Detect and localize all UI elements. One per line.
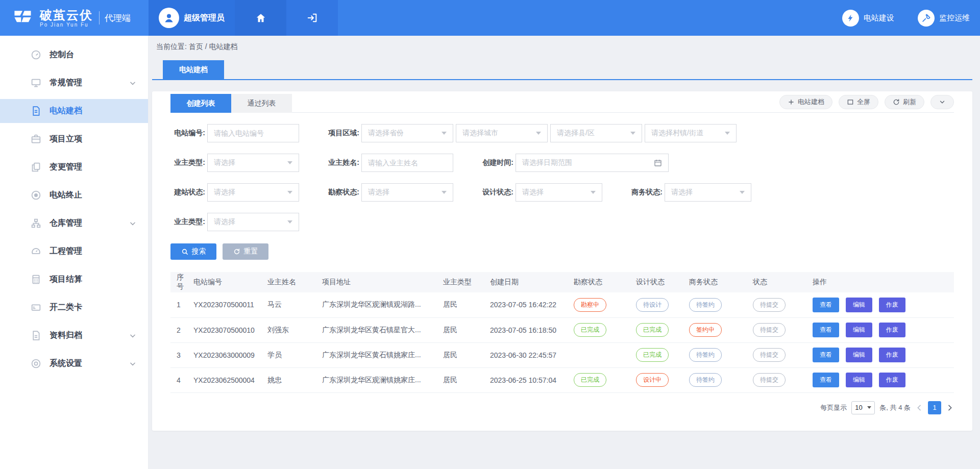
create-station-button[interactable]: 电站建档 bbox=[779, 95, 832, 109]
calendar-icon bbox=[654, 159, 662, 167]
cell-created: 2023-06-25 10:57:04 bbox=[490, 367, 574, 392]
logout-button[interactable] bbox=[286, 0, 338, 36]
void-button[interactable]: 作废 bbox=[879, 348, 905, 362]
fullscreen-button[interactable]: 全屏 bbox=[839, 95, 878, 109]
cell-owner-type: 居民 bbox=[443, 367, 490, 392]
create-station-label: 电站建档 bbox=[798, 97, 824, 107]
sidebar-item-open-type2-card[interactable]: 开二类卡 bbox=[0, 295, 148, 319]
town-select[interactable]: 请选择村镇/街道 bbox=[645, 124, 737, 142]
prev-page-button[interactable] bbox=[915, 404, 923, 412]
reset-button[interactable]: 重置 bbox=[223, 243, 268, 260]
create-time-range-picker[interactable]: 请选择日期范围 bbox=[516, 154, 669, 172]
city-select[interactable]: 请选择城市 bbox=[456, 124, 548, 142]
cell-created: 2023-07-05 16:18:50 bbox=[490, 317, 574, 342]
station-code-input[interactable] bbox=[207, 124, 299, 142]
edit-button[interactable]: 编辑 bbox=[846, 298, 872, 312]
col-address: 项目地址 bbox=[322, 272, 443, 292]
chevron-down-icon bbox=[867, 406, 871, 409]
user-menu[interactable]: 超级管理员 bbox=[149, 0, 235, 36]
chevron-down-icon bbox=[725, 132, 730, 135]
cell-created: 2023-06-30 22:45:57 bbox=[490, 342, 574, 367]
business-status-label: 商务状态: bbox=[628, 188, 663, 197]
edit-button[interactable]: 编辑 bbox=[846, 348, 872, 362]
avatar bbox=[159, 8, 179, 28]
tab-passed-list[interactable]: 通过列表 bbox=[231, 94, 292, 113]
void-button[interactable]: 作废 bbox=[879, 298, 905, 312]
create-time-label: 创建时间: bbox=[479, 158, 513, 167]
sidebar-item-system-settings[interactable]: 系统设置 bbox=[0, 352, 148, 376]
col-business-status: 商务状态 bbox=[689, 272, 753, 292]
col-owner-name: 业主姓名 bbox=[267, 272, 322, 292]
sidebar-item-change-mgmt[interactable]: 变更管理 bbox=[0, 155, 148, 179]
design-status-select[interactable]: 请选择 bbox=[516, 183, 602, 202]
filter-row-3: 建站状态: 请选择 勘察状态: 请选择 设计状态: 请选择 bbox=[170, 183, 954, 202]
nav-station-build[interactable]: 电站建设 bbox=[842, 10, 894, 27]
sidebar-item-project-settlement[interactable]: 项目结算 bbox=[0, 267, 148, 291]
refresh-icon bbox=[893, 98, 900, 106]
refresh-button[interactable]: 刷新 bbox=[885, 95, 924, 109]
calculator-icon bbox=[31, 274, 41, 285]
search-button[interactable]: 搜索 bbox=[170, 243, 216, 260]
tab-create-list[interactable]: 创建列表 bbox=[170, 94, 231, 113]
gauge-icon bbox=[31, 246, 41, 257]
sidebar-item-warehouse-mgmt[interactable]: 仓库管理 bbox=[0, 211, 148, 235]
status-badge: 待提交 bbox=[753, 373, 786, 387]
edit-button[interactable]: 编辑 bbox=[846, 373, 872, 387]
home-button[interactable] bbox=[235, 0, 286, 36]
owner-type-label: 业主类型: bbox=[170, 158, 205, 167]
per-page-select[interactable]: 10 bbox=[851, 401, 875, 414]
sidebar: 控制台 常规管理 电站建档 项目立项 变更管理 电站终止 仓库管理 bbox=[0, 36, 149, 469]
sidebar-item-station-filing[interactable]: 电站建档 bbox=[0, 99, 148, 123]
void-button[interactable]: 作废 bbox=[879, 323, 905, 337]
col-owner-type: 业主类型 bbox=[443, 272, 490, 292]
county-select[interactable]: 请选择县/区 bbox=[550, 124, 642, 142]
chevron-down-icon bbox=[591, 191, 596, 194]
page-tab-row: 电站建档 bbox=[152, 60, 972, 80]
view-button[interactable]: 查看 bbox=[813, 348, 839, 362]
sidebar-item-general-mgmt[interactable]: 常规管理 bbox=[0, 71, 148, 95]
design-status-badge: 已完成 bbox=[636, 323, 669, 337]
owner-type-select[interactable]: 请选择 bbox=[207, 154, 299, 172]
sidebar-item-station-termination[interactable]: 电站终止 bbox=[0, 183, 148, 207]
sidebar-item-project-initiation[interactable]: 项目立项 bbox=[0, 127, 148, 151]
fullscreen-icon bbox=[847, 98, 854, 106]
view-button[interactable]: 查看 bbox=[813, 298, 839, 312]
reset-icon bbox=[233, 248, 240, 255]
brand-block: 破茧云伏 Po Jian Yun Fu 代理端 bbox=[0, 0, 149, 36]
owner-type2-select[interactable]: 请选择 bbox=[207, 213, 299, 231]
view-button[interactable]: 查看 bbox=[813, 373, 839, 387]
province-select[interactable]: 请选择省份 bbox=[361, 124, 453, 142]
nav-monitor-ops[interactable]: 监控运维 bbox=[918, 10, 970, 27]
owner-name-input[interactable] bbox=[361, 154, 453, 172]
edit-button[interactable]: 编辑 bbox=[846, 323, 872, 337]
survey-status-select[interactable]: 请选择 bbox=[361, 183, 453, 202]
sidebar-item-console[interactable]: 控制台 bbox=[0, 43, 148, 67]
design-status-badge: 已完成 bbox=[636, 348, 669, 362]
build-status-select[interactable]: 请选择 bbox=[207, 183, 299, 202]
business-status-placeholder: 请选择 bbox=[671, 188, 693, 197]
page-tab-station-filing[interactable]: 电站建档 bbox=[163, 60, 224, 79]
table-header-row: 序号 电站编号 业主姓名 项目地址 业主类型 创建日期 勘察状态 设计状态 商务… bbox=[170, 272, 954, 292]
chevron-down-icon bbox=[740, 191, 745, 194]
sidebar-item-data-archive[interactable]: 资料归档 bbox=[0, 324, 148, 348]
business-status-select[interactable]: 请选择 bbox=[665, 183, 751, 202]
archive-icon bbox=[31, 330, 41, 341]
view-button[interactable]: 查看 bbox=[813, 323, 839, 337]
collapse-toolbar-button[interactable] bbox=[930, 95, 954, 109]
main-content: 当前位置: 首页 / 电站建档 电站建档 创建列表 通过列表 电站建档 全屏 bbox=[149, 36, 980, 469]
sidebar-item-label: 系统设置 bbox=[50, 358, 82, 369]
void-button[interactable]: 作废 bbox=[879, 373, 905, 387]
chevron-down-icon bbox=[287, 220, 292, 224]
brand-name: 破茧云伏 bbox=[40, 9, 93, 22]
owner-type2-label: 业主类型: bbox=[170, 217, 205, 227]
table-row: 2 YX2023070500010 刘强东 广东深圳龙华区黄石镇星官大... 居… bbox=[170, 317, 954, 342]
plus-icon bbox=[788, 98, 795, 106]
page-number-1[interactable]: 1 bbox=[928, 401, 941, 414]
sidebar-item-engineering-mgmt[interactable]: 工程管理 bbox=[0, 239, 148, 263]
document-icon bbox=[31, 106, 41, 116]
col-created: 创建日期 bbox=[490, 272, 574, 292]
copy-icon bbox=[31, 162, 41, 172]
sidebar-item-label: 电站建档 bbox=[50, 106, 82, 116]
next-page-button[interactable] bbox=[946, 404, 954, 412]
chevron-down-icon bbox=[129, 80, 136, 87]
